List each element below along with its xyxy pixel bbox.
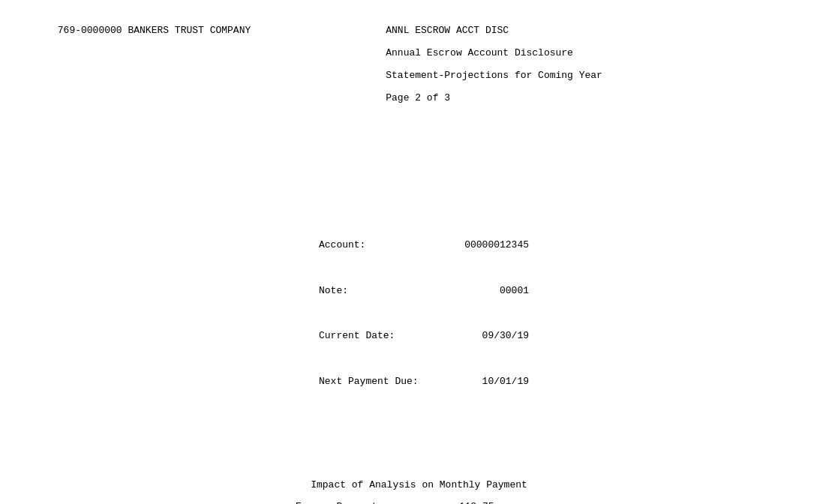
note-value: 00001 xyxy=(439,284,529,298)
impact-title: Impact of Analysis on Monthly Payment xyxy=(23,479,815,490)
escrow-row: Escrow Payment 118.75 xyxy=(262,501,577,504)
note-row: Note: 00001 xyxy=(319,284,529,298)
current-date-label: Current Date: xyxy=(319,328,416,344)
spacer-top xyxy=(23,118,815,208)
escrow-label: Escrow Payment xyxy=(262,501,412,504)
account-label: Account: xyxy=(319,238,416,253)
payment-table: Escrow Payment 118.75 Shortage Adjustmen… xyxy=(262,501,577,504)
note-label: Note: xyxy=(319,284,416,298)
header-subtitle: Statement-Projections for Coming Year xyxy=(386,70,815,81)
page-container: 769-0000000 BANKERS TRUST COMPANY ANNL E… xyxy=(0,0,838,504)
escrow-amount: 118.75 xyxy=(434,501,494,504)
account-row: Account: 00000012345 xyxy=(319,238,529,253)
header-row: 769-0000000 BANKERS TRUST COMPANY ANNL E… xyxy=(23,14,815,115)
next-payment-value: 10/01/19 xyxy=(439,374,529,389)
current-date-value: 09/30/19 xyxy=(439,328,529,344)
next-payment-row: Next Payment Due: 10/01/19 xyxy=(319,374,529,389)
account-value: 00000012345 xyxy=(439,238,529,253)
company-id: 769-0000000 BANKERS TRUST COMPANY xyxy=(58,25,251,36)
header-title-long: Annual Escrow Account Disclosure xyxy=(386,47,815,58)
header-center: ANNL ESCROW ACCT DISC Annual Escrow Acco… xyxy=(251,14,815,115)
header-left: 769-0000000 BANKERS TRUST COMPANY xyxy=(23,14,251,47)
spacer-impact xyxy=(23,419,815,479)
next-payment-label: Next Payment Due: xyxy=(319,374,419,389)
account-block: Account: 00000012345 Note: 00001 Current… xyxy=(319,208,815,419)
header-title-short: ANNL ESCROW ACCT DISC xyxy=(386,25,815,36)
impact-section: Impact of Analysis on Monthly Payment Es… xyxy=(23,479,815,504)
header-page: Page 2 of 3 xyxy=(386,92,815,104)
current-date-row: Current Date: 09/30/19 xyxy=(319,328,529,344)
